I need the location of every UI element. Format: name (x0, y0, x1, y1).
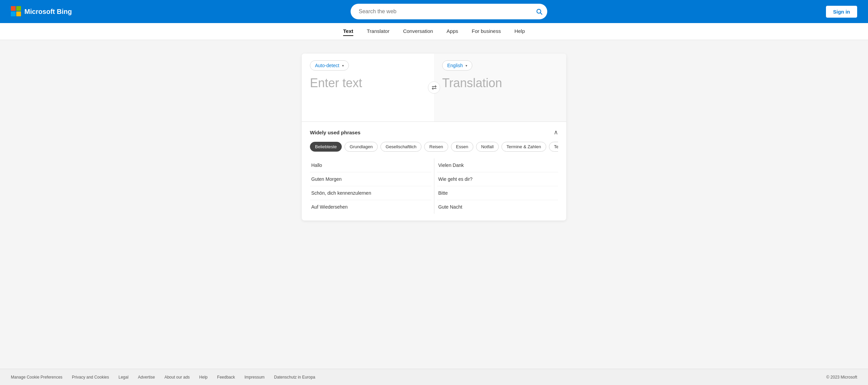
phrases-tags: Beliebteste Grundlagen Gesellschaftlich … (310, 141, 558, 152)
source-lang-chevron: ▾ (342, 64, 344, 68)
search-icon (536, 8, 542, 15)
source-lang-label: Auto-detect (315, 63, 339, 68)
search-input[interactable] (351, 4, 547, 19)
main-content: Auto-detect ▾ Enter text ⇄ English ▾ (0, 40, 868, 369)
swap-languages-button[interactable]: ⇄ (428, 81, 440, 94)
svg-line-5 (540, 13, 542, 15)
target-lang-header: English ▾ (442, 60, 558, 71)
target-lang-chevron: ▾ (466, 64, 467, 68)
svg-rect-1 (16, 6, 21, 11)
nav-item-translator[interactable]: Translator (367, 27, 390, 36)
source-phrase-1[interactable]: Guten Morgen (310, 172, 431, 186)
phrases-title: Widely used phrases (310, 130, 360, 135)
footer-links: Manage Cookie Preferences Privacy and Co… (11, 375, 315, 380)
tag-grundlagen[interactable]: Grundlagen (344, 142, 378, 152)
nav-item-help[interactable]: Help (514, 27, 525, 36)
search-button[interactable] (536, 8, 542, 15)
footer-link-privacy[interactable]: Privacy and Cookies (72, 375, 109, 380)
tag-termine-zahlen[interactable]: Termine & Zahlen (501, 142, 546, 152)
svg-rect-2 (11, 12, 16, 16)
sign-in-button[interactable]: Sign in (826, 6, 857, 18)
tag-notfall[interactable]: Notfall (476, 142, 499, 152)
nav-item-text[interactable]: Text (343, 27, 353, 36)
source-phrase-2[interactable]: Schön, dich kennenzulernen (310, 186, 431, 200)
source-panel: Auto-detect ▾ Enter text (302, 54, 434, 121)
source-phrase-0[interactable]: Hallo (310, 158, 431, 172)
source-lang-header: Auto-detect ▾ (310, 60, 426, 71)
phrases-section: Widely used phrases ∧ Beliebteste Grundl… (302, 121, 566, 220)
footer: Manage Cookie Preferences Privacy and Co… (0, 369, 868, 385)
nav-item-for-business[interactable]: For business (472, 27, 501, 36)
nav-item-apps[interactable]: Apps (447, 27, 458, 36)
tag-reisen[interactable]: Reisen (424, 142, 448, 152)
logo-text: Microsoft Bing (24, 8, 72, 16)
search-bar-container (351, 4, 547, 19)
nav-bar: Text Translator Conversation Apps For bu… (0, 23, 868, 40)
tag-essen[interactable]: Essen (451, 142, 473, 152)
phrases-header: Widely used phrases ∧ (310, 129, 558, 136)
translator-container: Auto-detect ▾ Enter text ⇄ English ▾ (302, 54, 566, 220)
target-phrase-2[interactable]: Bitte (437, 186, 558, 200)
target-phrases-col: Vielen Dank Wie geht es dir? Bitte Gute … (437, 158, 558, 214)
footer-link-legal[interactable]: Legal (118, 375, 128, 380)
nav-item-conversation[interactable]: Conversation (403, 27, 433, 36)
bing-logo-icon (11, 6, 22, 17)
footer-link-impressum[interactable]: Impressum (244, 375, 264, 380)
svg-rect-0 (11, 6, 16, 11)
source-phrases-col: Hallo Guten Morgen Schön, dich kennenzul… (310, 158, 431, 214)
svg-rect-3 (16, 12, 21, 16)
source-lang-dropdown[interactable]: Auto-detect ▾ (310, 60, 349, 71)
tag-beliebteste[interactable]: Beliebteste (310, 142, 342, 152)
source-text-placeholder[interactable]: Enter text (310, 76, 426, 90)
footer-link-cookies[interactable]: Manage Cookie Preferences (11, 375, 62, 380)
tag-technolog[interactable]: Technolog (549, 142, 558, 152)
footer-link-feedback[interactable]: Feedback (217, 375, 235, 380)
footer-copyright: © 2023 Microsoft (826, 375, 857, 380)
target-lang-dropdown[interactable]: English ▾ (442, 60, 472, 71)
target-lang-label: English (447, 63, 463, 68)
translation-panels: Auto-detect ▾ Enter text ⇄ English ▾ (302, 54, 566, 121)
footer-link-advertise[interactable]: Advertise (138, 375, 155, 380)
target-phrase-1[interactable]: Wie geht es dir? (437, 172, 558, 186)
target-panel: English ▾ Translation (434, 54, 566, 121)
footer-link-help[interactable]: Help (199, 375, 208, 380)
source-phrase-3[interactable]: Auf Wiedersehen (310, 200, 431, 214)
tag-gesellschaftlich[interactable]: Gesellschaftlich (380, 142, 421, 152)
logo[interactable]: Microsoft Bing (11, 6, 72, 17)
target-text-placeholder: Translation (442, 76, 558, 90)
phrases-divider (434, 158, 434, 214)
target-phrase-0[interactable]: Vielen Dank (437, 158, 558, 172)
swap-icon: ⇄ (432, 84, 437, 91)
footer-link-datenschutz[interactable]: Datenschutz in Europa (274, 375, 315, 380)
phrases-collapse-button[interactable]: ∧ (554, 129, 558, 136)
footer-link-about-ads[interactable]: About our ads (164, 375, 190, 380)
phrases-list: Hallo Guten Morgen Schön, dich kennenzul… (310, 158, 558, 214)
header: Microsoft Bing Sign in (0, 0, 868, 23)
target-phrase-3[interactable]: Gute Nacht (437, 200, 558, 214)
